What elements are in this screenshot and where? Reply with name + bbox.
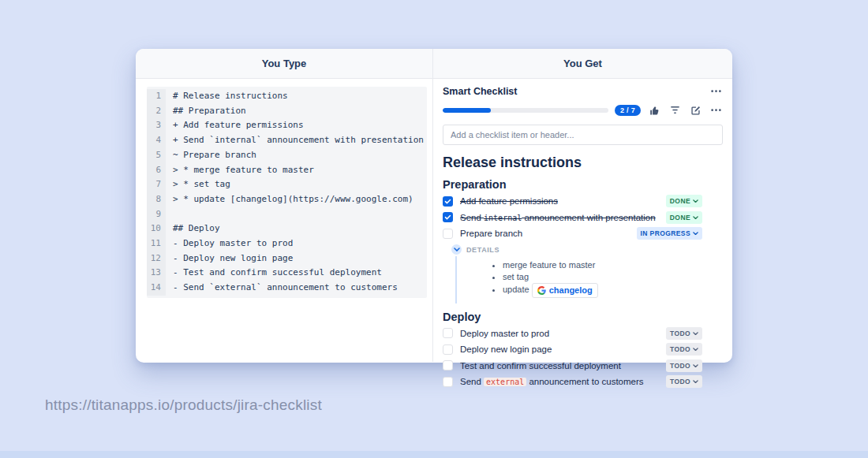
code-line: 5~ Prepare branch xyxy=(147,148,427,163)
code-text: ## Deploy xyxy=(166,222,220,236)
details-section: DETAILS merge feature to master set tag … xyxy=(451,244,723,303)
code-text: - Deploy master to prod xyxy=(166,236,293,251)
checklist-item[interactable]: Prepare branch IN PROGRESS xyxy=(443,225,723,242)
code-text: > * update [changelog](https://www.googl… xyxy=(166,192,413,207)
code-text: > * set tag xyxy=(166,177,230,192)
line-number: 6 xyxy=(147,163,166,178)
line-number: 3 xyxy=(147,118,166,133)
code-text: ## Preparation xyxy=(166,104,246,119)
comparison-header: You Type You Get xyxy=(136,49,732,79)
code-text: + Add feature permissions xyxy=(166,118,304,133)
more-icon[interactable] xyxy=(709,85,723,98)
checkbox-checked[interactable] xyxy=(443,196,453,207)
link-label: changelog xyxy=(549,285,593,296)
code-text: - Send `external` announcement to custom… xyxy=(166,281,398,296)
checkbox-unchecked[interactable] xyxy=(443,229,453,239)
section-header-preparation: Preparation xyxy=(443,178,723,191)
chevron-down-icon xyxy=(693,364,698,367)
checklist-item[interactable]: Send internal announcement with presenta… xyxy=(443,210,723,226)
progress-fill xyxy=(443,108,491,113)
google-g-icon xyxy=(537,286,546,295)
code-text: ~ Prepare branch xyxy=(166,148,256,163)
widget-title: Smart Checklist xyxy=(443,86,517,97)
item-label: Deploy master to prod xyxy=(460,329,666,338)
line-number: 11 xyxy=(147,236,166,251)
code-text: - Test and confirm successful deployment xyxy=(166,266,382,281)
chevron-down-icon xyxy=(693,216,698,219)
thumbs-up-icon[interactable] xyxy=(647,104,661,117)
page-url: https://titanapps.io/products/jira-check… xyxy=(45,397,322,414)
code-line: 2## Preparation xyxy=(147,104,427,119)
checkbox-unchecked[interactable] xyxy=(443,344,453,355)
line-number: 12 xyxy=(147,251,166,266)
code-text: # Release instructions xyxy=(166,89,288,104)
code-line: 9 xyxy=(147,207,427,222)
checklist-item[interactable]: Add feature permissions DONE xyxy=(443,193,723,210)
line-number: 5 xyxy=(147,148,166,163)
chevron-down-icon xyxy=(693,332,698,335)
progress-bar xyxy=(443,108,608,113)
add-checklist-item-input[interactable] xyxy=(443,125,723,145)
checklist-item[interactable]: Test and confirm successful deployment T… xyxy=(443,358,723,374)
line-number: 2 xyxy=(147,104,166,119)
more-icon[interactable] xyxy=(709,104,723,117)
code-line: 8> * update [changelog](https://www.goog… xyxy=(147,192,427,207)
status-badge[interactable]: DONE xyxy=(666,195,702,207)
item-label: Send internal announcement with presenta… xyxy=(460,213,666,222)
code-text xyxy=(166,207,173,222)
details-bullet: update changelog xyxy=(503,283,723,298)
status-badge[interactable]: TODO xyxy=(666,327,702,340)
checklist-item[interactable]: Deploy new login page TODO xyxy=(443,341,723,358)
code-line: 14- Send `external` announcement to cust… xyxy=(147,281,427,296)
item-label: Test and confirm successful deployment xyxy=(460,361,666,370)
inline-code: internal xyxy=(484,214,522,222)
status-badge[interactable]: TODO xyxy=(666,375,702,388)
checkbox-checked[interactable] xyxy=(443,212,453,222)
chevron-down-icon xyxy=(693,380,698,383)
line-number: 13 xyxy=(147,266,166,281)
status-badge[interactable]: TODO xyxy=(666,343,702,356)
status-badge[interactable]: IN PROGRESS xyxy=(637,227,702,240)
line-number: 9 xyxy=(147,207,166,222)
section-header-deploy: Deploy xyxy=(443,311,723,323)
check-icon xyxy=(444,214,451,221)
code-text: - Deploy new login page xyxy=(166,251,293,266)
inline-code: external xyxy=(484,378,526,386)
code-line: 10## Deploy xyxy=(147,222,427,236)
link-chip[interactable]: changelog xyxy=(532,283,598,298)
line-number: 14 xyxy=(147,281,166,296)
checklist-title: Release instructions xyxy=(443,155,723,171)
chevron-down-icon xyxy=(693,199,698,203)
item-label: Send external announcement to customers xyxy=(460,377,666,386)
details-bullet: set tag xyxy=(503,271,723,283)
you-type-label: You Type xyxy=(262,58,307,69)
item-label: Prepare branch xyxy=(460,229,637,238)
edit-icon[interactable] xyxy=(688,104,702,117)
progress-count-badge: 2 / 7 xyxy=(615,105,641,116)
details-toggle[interactable]: DETAILS xyxy=(451,244,723,256)
line-number: 4 xyxy=(147,133,166,148)
checklist-item[interactable]: Send external announcement to customers … xyxy=(443,374,723,390)
checkbox-unchecked[interactable] xyxy=(443,377,453,387)
status-badge[interactable]: DONE xyxy=(666,211,702,224)
status-badge[interactable]: TODO xyxy=(666,359,702,372)
code-line: 6> * merge feature to master xyxy=(147,163,427,178)
item-label: Add feature permissions xyxy=(460,196,666,206)
chevron-down-circle-icon[interactable] xyxy=(451,244,462,255)
details-bullet: merge feature to master xyxy=(503,259,723,271)
check-icon xyxy=(444,198,451,205)
line-number: 7 xyxy=(147,177,166,192)
code-line: 7> * set tag xyxy=(147,177,427,192)
code-editor: 1# Release instructions 2## Preparation … xyxy=(147,87,427,298)
checkbox-unchecked[interactable] xyxy=(443,360,453,370)
code-text: > * merge feature to master xyxy=(166,163,314,178)
code-line: 3+ Add feature permissions xyxy=(147,118,427,133)
checklist-panel: Smart Checklist 2 / 7 xyxy=(433,79,732,362)
checklist-item[interactable]: Deploy master to prod TODO xyxy=(443,326,723,342)
line-number: 10 xyxy=(147,222,166,236)
filter-icon[interactable] xyxy=(668,104,682,117)
details-label: DETAILS xyxy=(466,246,499,254)
checkbox-unchecked[interactable] xyxy=(443,328,453,338)
details-body: merge feature to master set tag update xyxy=(455,256,723,303)
item-label: Deploy new login page xyxy=(460,344,666,354)
